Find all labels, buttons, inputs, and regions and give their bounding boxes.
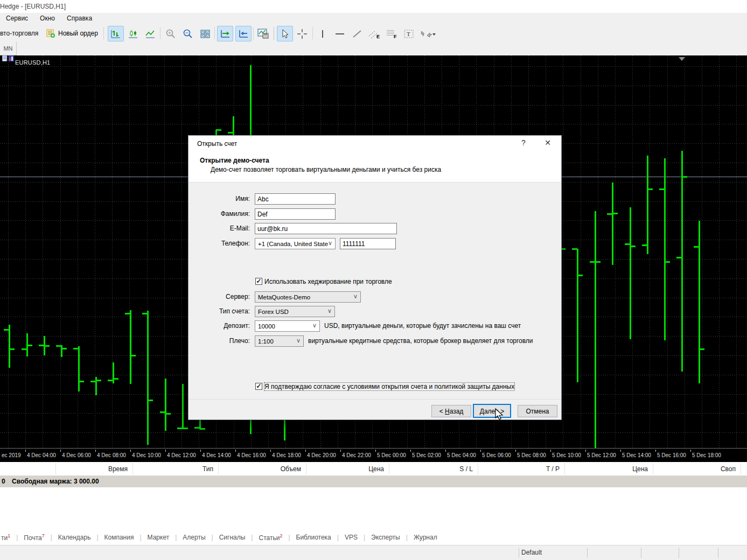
- column-divider: [478, 463, 478, 474]
- dialog-title-bar[interactable]: Открыть счет ? ✕: [189, 136, 561, 152]
- dialog-header: Открытие демо-счета Демо-счет позволяет …: [189, 152, 561, 183]
- time-axis-label: 5 Dec 06:00: [482, 452, 511, 458]
- chart-shift-button[interactable]: [235, 26, 252, 41]
- crosshair-icon: [297, 29, 308, 39]
- toolbox-tab[interactable]: Компания: [103, 534, 135, 541]
- tab-count-badge: 1: [8, 533, 10, 538]
- window-title: Hedge - [EURUSD,H1]: [0, 3, 66, 10]
- line-chart-button[interactable]: [142, 26, 158, 41]
- cancel-button[interactable]: Отмена: [518, 405, 557, 417]
- lastname-input[interactable]: [255, 208, 336, 220]
- time-axis-tick: [270, 450, 271, 452]
- tab-separator: |: [92, 534, 103, 541]
- toolbox-tab[interactable]: VPS: [344, 534, 359, 541]
- agree-checkbox-label[interactable]: Я подтверждаю согласие с условиями откры…: [264, 383, 514, 390]
- period-tab-mn[interactable]: MN: [0, 42, 17, 55]
- horizontal-line-tool-button[interactable]: [332, 26, 348, 41]
- leverage-value: 1:100: [258, 338, 274, 345]
- auto-scroll-button[interactable]: [217, 26, 233, 41]
- column-header[interactable]: T / P: [490, 465, 560, 473]
- toolbox-tab[interactable]: Алерты: [181, 534, 206, 541]
- bar-chart-icon: [110, 29, 121, 39]
- tab-count-badge: 7: [42, 533, 45, 538]
- toolbox-tab[interactable]: ти1: [0, 533, 11, 542]
- menu-item[interactable]: Справка: [61, 13, 98, 22]
- time-axis[interactable]: ec 20194 Dec 04:004 Dec 06:004 Dec 08:00…: [0, 448, 747, 462]
- column-header[interactable]: Время: [58, 465, 128, 473]
- column-header[interactable]: Своп: [666, 465, 736, 473]
- chevron-down-icon: ∨: [353, 293, 358, 300]
- svg-text:F: F: [394, 34, 397, 39]
- arrows-tool-button[interactable]: [418, 26, 438, 41]
- scroll-end-marker-icon[interactable]: [679, 57, 685, 61]
- toolbox-tab-label: Статьи: [259, 534, 280, 542]
- cursor-tool-button[interactable]: [277, 26, 293, 41]
- time-axis-tick: [130, 450, 131, 452]
- dialog-close-button[interactable]: ✕: [540, 138, 556, 149]
- menu-item[interactable]: Окно: [34, 13, 61, 22]
- toolbox-tab[interactable]: Журнал: [413, 534, 438, 541]
- hedge-checkbox[interactable]: ✓: [255, 278, 262, 285]
- crosshair-tool-button[interactable]: [294, 26, 310, 41]
- deposit-select[interactable]: 10000 ∨: [255, 320, 320, 332]
- tab-separator: |: [283, 534, 295, 541]
- tab-separator: |: [332, 534, 344, 541]
- trendline-tool-button[interactable]: [349, 26, 365, 41]
- toolbox-tab[interactable]: Сигналы: [218, 534, 247, 541]
- time-axis-label: 5 Dec 00:00: [377, 452, 406, 458]
- autotrade-button[interactable]: вто-торговля: [0, 30, 38, 37]
- phone-label: Телефон:: [189, 240, 250, 247]
- text-tool-button[interactable]: T: [401, 26, 417, 41]
- check-icon: ✓: [256, 382, 261, 390]
- toolbox-tab[interactable]: Почта7: [23, 533, 45, 542]
- menu-item[interactable]: Сервис: [0, 13, 34, 22]
- toolbox-tab[interactable]: Библиотека: [295, 534, 332, 541]
- toolbox-tab[interactable]: Календарь: [57, 534, 92, 541]
- column-header[interactable]: Объем: [231, 465, 301, 473]
- phone-code-select[interactable]: +1 (Canada, United State ∨: [255, 238, 336, 249]
- time-axis-tick: [200, 450, 201, 452]
- time-axis-label: 4 Dec 08:00: [97, 452, 126, 458]
- templates-button[interactable]: [255, 26, 271, 41]
- tile-windows-button[interactable]: [197, 26, 213, 41]
- email-input[interactable]: [255, 223, 397, 234]
- time-axis-tick: [480, 450, 481, 452]
- toolbox-tab[interactable]: Статьи2: [257, 533, 283, 542]
- period-tab-row: MN: [0, 42, 747, 55]
- hedge-checkbox-label[interactable]: Использовать хеджирование при торговле: [264, 278, 392, 285]
- server-select[interactable]: MetaQuotes-Demo ∨: [255, 291, 361, 303]
- toolbar-separator: [160, 27, 160, 39]
- agree-checkbox[interactable]: ✓: [255, 383, 262, 390]
- time-axis-tick: [340, 450, 341, 452]
- column-header[interactable]: Цена: [578, 465, 648, 473]
- column-header[interactable]: S / L: [403, 465, 473, 473]
- account-type-select[interactable]: Forex USD ∨: [255, 306, 335, 317]
- tab-separator: |: [401, 534, 413, 541]
- toolbox-tab-label: Алерты: [183, 534, 205, 541]
- bar-chart-button[interactable]: [108, 26, 124, 41]
- leverage-select[interactable]: 1:100 ∨: [255, 335, 304, 347]
- candlestick-chart-button[interactable]: [125, 26, 141, 41]
- time-axis-label: 5 Dec 12:00: [587, 452, 616, 458]
- name-input[interactable]: [255, 193, 336, 205]
- equidistant-channel-tool-button[interactable]: E: [366, 26, 382, 41]
- zoom-in-button[interactable]: [163, 26, 179, 41]
- dialog-help-button[interactable]: ?: [515, 138, 532, 149]
- next-button[interactable]: Далее >: [473, 404, 511, 418]
- toolbox-tab[interactable]: Маркет: [146, 534, 171, 541]
- status-profile-label[interactable]: Default: [521, 549, 542, 556]
- column-header[interactable]: Цена: [314, 465, 384, 473]
- fibonacci-tool-button[interactable]: F: [383, 26, 400, 41]
- back-button[interactable]: < Назад: [431, 405, 471, 417]
- toolbox-tab-label: Журнал: [414, 534, 437, 541]
- time-axis-label: 4 Dec 22:00: [342, 452, 371, 458]
- check-icon: ✓: [256, 277, 261, 285]
- vertical-line-tool-button[interactable]: [315, 26, 331, 41]
- phone-number-input[interactable]: [340, 238, 396, 249]
- leverage-description: виртуальные кредитные средства, которые …: [308, 337, 533, 345]
- zoom-out-button[interactable]: [180, 26, 196, 41]
- deposit-description: USD, виртуальные деньги, которые будут з…: [324, 322, 521, 330]
- column-header[interactable]: Тип: [143, 465, 213, 473]
- toolbox-tab[interactable]: Эксперты: [370, 534, 401, 541]
- new-order-button[interactable]: Новый ордер: [46, 26, 98, 40]
